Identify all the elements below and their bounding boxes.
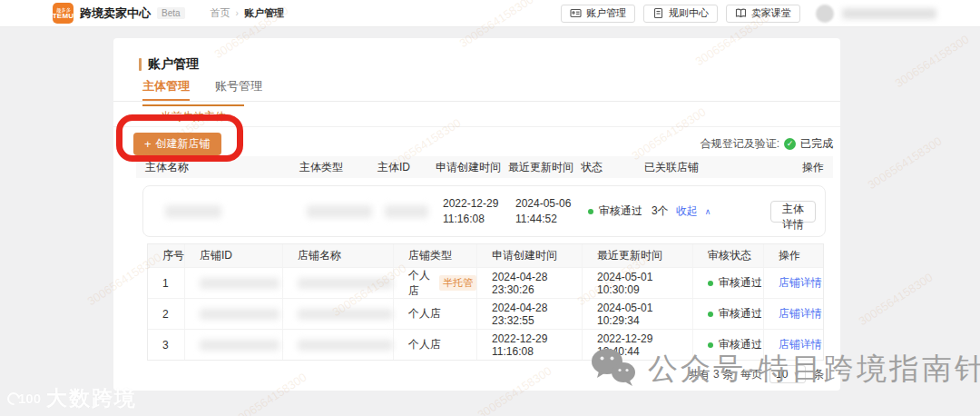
nav-account-label: 账户管理 xyxy=(586,6,626,20)
shop-type-cell: 个人店 半托管 xyxy=(393,268,476,298)
temu-logo-line1: 趣多多 xyxy=(55,7,70,12)
col-entity-name: 主体名称 xyxy=(145,160,299,175)
shop-status-cell: 审核通过 xyxy=(692,330,763,360)
entity-action-cell: 主体详情 xyxy=(770,201,816,223)
status-dot-icon xyxy=(708,281,713,286)
user-name-redacted xyxy=(842,8,936,19)
col-created: 申请创建时间 xyxy=(436,160,508,175)
breadcrumb-home[interactable]: 首页 xyxy=(211,6,230,20)
col-audit-status: 审核状态 xyxy=(692,244,763,267)
col-entity-id: 主体ID xyxy=(377,160,436,175)
col-shop-created: 申请创建时间 xyxy=(476,244,582,267)
linked-count: 3个 xyxy=(652,203,669,219)
table-row: 1 个人店 半托管 2024-04-28 23:30:26 2024-05-01… xyxy=(148,267,823,298)
top-right-nav: 账户管理 规则中心 卖家课堂 xyxy=(561,5,936,23)
entity-linked-cell: 3个 收起 ∧ xyxy=(652,203,770,219)
nav-account-button[interactable]: 账户管理 xyxy=(561,5,635,23)
page-title-row: 账户管理 xyxy=(139,56,199,73)
shop-updated: 2022-12-29 13:40:44 xyxy=(582,330,692,360)
status-dot-icon xyxy=(708,312,713,317)
compliance-value: 已完成 xyxy=(800,136,833,152)
chevron-up-icon: ∧ xyxy=(705,207,711,216)
subtab-current-entity[interactable]: 当前生效主体 xyxy=(142,104,244,127)
shop-detail-link[interactable]: 店铺详情 xyxy=(779,275,822,291)
status-dot-icon xyxy=(708,342,713,348)
logo-mark: 100 xyxy=(18,391,41,406)
document-icon xyxy=(652,7,664,19)
diagonal-watermark: 3006564158300 xyxy=(865,134,944,193)
col-shop-type: 店铺类型 xyxy=(393,244,476,267)
collapse-link[interactable]: 收起 xyxy=(676,203,698,219)
shop-id-cell xyxy=(184,330,282,360)
shop-action-cell: 店铺详情 xyxy=(763,330,823,360)
create-shop-button[interactable]: + 创建新店铺 xyxy=(133,133,221,155)
top-bar: 趣多多 TEMU 跨境卖家中心 Beta 首页 › 账户管理 账户管理 规则中心… xyxy=(0,0,980,27)
col-linked-shops: 已关联店铺 xyxy=(644,160,763,175)
shop-updated: 2024-05-01 10:30:09 xyxy=(582,268,692,298)
divider xyxy=(113,126,840,127)
row-index: 3 xyxy=(148,330,184,360)
pagination: 共有 3 条 每页 10 ∨ 条 xyxy=(689,365,824,383)
shop-name-cell xyxy=(282,330,393,360)
shop-name-cell xyxy=(282,299,393,329)
tab-entity-management[interactable]: 主体管理 xyxy=(142,78,190,101)
plus-icon: + xyxy=(144,138,152,150)
entity-status: 审核通过 xyxy=(599,203,642,219)
created-time: 11:16:08 xyxy=(443,212,515,226)
entity-row: 2022-12-29 11:16:08 2024-05-06 11:44:52 … xyxy=(142,185,826,237)
shop-table-header: 序号 店铺ID 店铺名称 店铺类型 申请创建时间 最近更新时间 审核状态 操作 xyxy=(148,244,823,267)
breadcrumb-separator-icon: › xyxy=(236,8,239,18)
app-title: 跨境卖家中心 xyxy=(80,5,151,22)
toolbar: + 创建新店铺 合规登记及验证: ✓ 已完成 xyxy=(133,132,833,155)
col-shop-id: 店铺ID xyxy=(184,244,282,267)
tab-account-management[interactable]: 账号管理 xyxy=(215,78,262,101)
col-shop-name: 店铺名称 xyxy=(282,244,393,267)
shop-id-redacted xyxy=(200,309,279,320)
compliance-label: 合规登记及验证: xyxy=(701,136,779,152)
entity-updated-cell: 2024-05-06 11:44:52 xyxy=(515,196,588,225)
shop-status-cell: 审核通过 xyxy=(692,299,763,329)
page-title: 账户管理 xyxy=(148,56,199,73)
shop-updated: 2024-05-01 10:29:34 xyxy=(582,299,692,329)
shop-detail-link[interactable]: 店铺详情 xyxy=(779,337,822,352)
shop-status: 审核通过 xyxy=(719,306,762,322)
nav-rules-button[interactable]: 规则中心 xyxy=(643,5,718,23)
entity-name-cell xyxy=(152,205,307,218)
logo-ring-icon xyxy=(5,390,23,408)
shop-id-cell xyxy=(184,268,282,298)
col-status: 状态 xyxy=(581,160,644,175)
shop-name-redacted xyxy=(298,278,393,289)
shop-name-redacted xyxy=(298,309,393,320)
shop-type-cell: 个人店 xyxy=(393,299,476,329)
shop-status: 审核通过 xyxy=(719,337,762,352)
page-size-select[interactable]: 10 ∨ xyxy=(769,365,806,383)
shop-detail-link[interactable]: 店铺详情 xyxy=(779,306,822,322)
entity-type-cell xyxy=(307,205,385,218)
shop-created: 2024-04-28 23:32:55 xyxy=(476,299,582,329)
shop-action-cell: 店铺详情 xyxy=(763,299,823,329)
create-shop-label: 创建新店铺 xyxy=(156,136,211,152)
shop-created: 2022-12-29 11:16:08 xyxy=(476,330,582,360)
compliance-status: 合规登记及验证: ✓ 已完成 xyxy=(701,136,833,152)
entity-name-redacted xyxy=(165,205,221,218)
entity-detail-button[interactable]: 主体详情 xyxy=(770,201,816,223)
page-size-value: 10 xyxy=(776,368,788,381)
user-avatar[interactable] xyxy=(816,5,834,23)
nav-courses-label: 卖家课堂 xyxy=(751,6,791,20)
entity-type-redacted xyxy=(307,205,372,218)
temu-logo[interactable]: 趣多多 TEMU xyxy=(53,3,74,24)
diagonal-watermark: 3006564158300 xyxy=(892,33,971,91)
status-dot-icon xyxy=(588,209,593,214)
table-row: 3 个人店 2022-12-29 11:16:08 2022-12-29 13:… xyxy=(148,329,823,360)
row-index: 2 xyxy=(148,299,184,329)
row-index: 1 xyxy=(148,268,184,298)
shop-name-redacted xyxy=(298,340,393,351)
pagination-total: 共有 3 条 xyxy=(689,367,733,382)
pagination-per-page-label: 每页 xyxy=(740,367,762,382)
shop-type: 个人店 xyxy=(408,306,441,322)
nav-courses-button[interactable]: 卖家课堂 xyxy=(726,5,800,23)
entity-id-redacted xyxy=(385,205,428,218)
col-updated: 最近更新时间 xyxy=(508,160,581,175)
entity-status-cell: 审核通过 xyxy=(588,203,652,219)
shop-id-cell xyxy=(184,299,282,329)
